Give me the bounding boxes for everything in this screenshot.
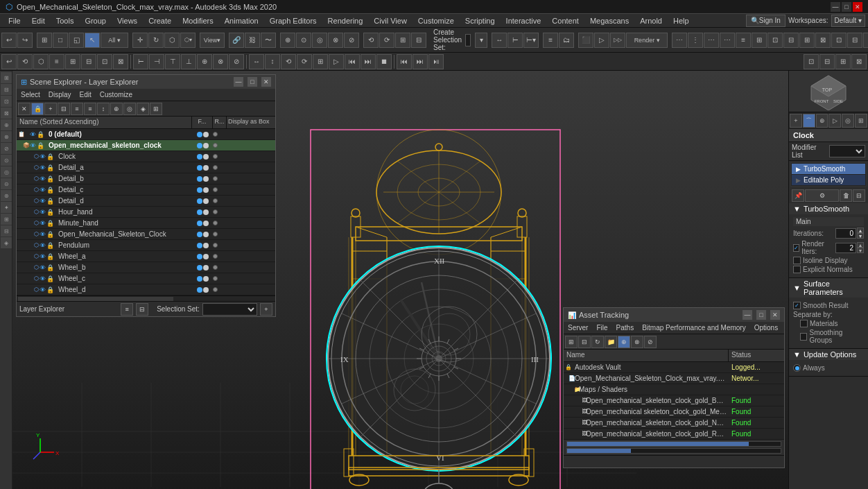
at-menu-bitmap[interactable]: Bitmap Performance and Memory bbox=[638, 322, 750, 334]
at-row-3[interactable]: 🖼 Open_mechanical_skeleton_clock_gold_Ba… bbox=[564, 395, 784, 406]
se-footer-btn1[interactable]: ≡ bbox=[121, 303, 133, 316]
at-tb-btn1[interactable]: ⊞ bbox=[565, 336, 578, 348]
more-buttons-11[interactable]: ⊡ bbox=[831, 33, 847, 48]
se-tb-select-all[interactable]: ✕ bbox=[18, 103, 31, 115]
more-buttons-10[interactable]: ⊠ bbox=[815, 33, 831, 48]
tb-btn-6[interactable]: ⟲ bbox=[363, 33, 379, 48]
at-tb-btn4[interactable]: 📁 bbox=[605, 336, 617, 348]
menu-customize[interactable]: Customize bbox=[413, 14, 460, 28]
tb-row2-btn22[interactable]: ⏮ bbox=[345, 54, 360, 69]
turbosmooth-modifier[interactable]: ▶ TurboSmooth bbox=[792, 164, 865, 174]
mirror-button[interactable]: ↔ bbox=[492, 33, 507, 48]
tb-row2-btn20[interactable]: ⊞ bbox=[313, 54, 328, 69]
tb-row2-btn12[interactable]: ⊥ bbox=[181, 54, 196, 69]
at-tb-btn2[interactable]: ⊟ bbox=[578, 336, 591, 348]
configure-modifier-btn[interactable]: ⚙ bbox=[805, 189, 839, 202]
at-maximize-btn[interactable]: □ bbox=[756, 310, 766, 320]
se-row-row13[interactable]: ⬡ 👁 🔒 Wheel_c bbox=[17, 273, 275, 284]
render-iters-checkbox[interactable]: ✓ bbox=[793, 244, 799, 252]
menu-animation[interactable]: Animation bbox=[219, 14, 264, 28]
tb-btn-1[interactable]: ⊕ bbox=[280, 33, 295, 48]
left-icon-12[interactable]: ✦ bbox=[1, 202, 12, 213]
left-icon-5[interactable]: ⊕ bbox=[1, 119, 12, 130]
unlink-button[interactable]: ⛓ bbox=[245, 33, 260, 48]
tb-row2-more4[interactable]: ⊠ bbox=[851, 54, 867, 69]
minimize-button[interactable]: — bbox=[831, 2, 840, 12]
se-footer-btn2[interactable]: ⊟ bbox=[136, 303, 148, 316]
tb-btn-2[interactable]: ⊙ bbox=[296, 33, 311, 48]
se-menu-display[interactable]: Display bbox=[44, 89, 76, 101]
menu-file[interactable]: File bbox=[3, 14, 26, 28]
smoothing-groups-checkbox[interactable] bbox=[800, 333, 807, 341]
redo-button[interactable]: ↪ bbox=[17, 33, 33, 48]
explicit-normals-checkbox[interactable] bbox=[793, 266, 801, 273]
se-menu-select[interactable]: Select bbox=[17, 89, 44, 101]
se-row-row2[interactable]: ⬡ 👁 🔒 Clock bbox=[17, 151, 275, 162]
tb-row2-more1[interactable]: ⊡ bbox=[804, 54, 819, 69]
tb-row2-btn5[interactable]: ⊞ bbox=[65, 54, 80, 69]
more-buttons[interactable]: ⋯ bbox=[672, 33, 687, 48]
scale-type-button[interactable]: ⬡▾ bbox=[180, 33, 196, 48]
layer-manager[interactable]: ≡ bbox=[543, 33, 558, 48]
left-icon-3[interactable]: ⊡ bbox=[1, 96, 12, 107]
tb-row2-btn21[interactable]: ▷ bbox=[329, 54, 344, 69]
scene-explorer-btn[interactable]: 🗂 bbox=[559, 33, 574, 48]
render-iters-input[interactable] bbox=[835, 243, 856, 253]
render-more-btn[interactable]: Render ▾ bbox=[626, 33, 668, 48]
undo-button[interactable]: ↩ bbox=[1, 33, 17, 48]
render-setup-btn[interactable]: ⬛ bbox=[578, 33, 593, 48]
tb-row2-btn8[interactable]: ⊠ bbox=[113, 54, 128, 69]
menu-megascans[interactable]: Megascans bbox=[584, 14, 634, 28]
menu-modifiers[interactable]: Modifiers bbox=[177, 14, 219, 28]
left-icon-13[interactable]: ⊞ bbox=[1, 214, 12, 225]
tb-row2-btn9[interactable]: ⊢ bbox=[133, 54, 148, 69]
se-row-row7[interactable]: ⬡ 👁 🔒 Hour_hand bbox=[17, 207, 275, 218]
menu-help[interactable]: Help bbox=[668, 14, 695, 28]
se-restore-btn[interactable]: □ bbox=[248, 77, 257, 87]
tb-row2-more3[interactable]: ⊞ bbox=[835, 54, 851, 69]
viewport-cube[interactable]: TOP FRONT SIDE bbox=[789, 71, 868, 112]
tb-row2-btn17[interactable]: ↕ bbox=[265, 54, 280, 69]
at-menu-file[interactable]: File bbox=[592, 322, 611, 334]
at-row-6[interactable]: 🖼 Open_mechanical_skeleton_clock_gold_Ro… bbox=[564, 429, 784, 440]
close-button[interactable]: ✕ bbox=[853, 2, 862, 12]
hierarchy-tab[interactable]: ⊕ bbox=[816, 114, 828, 128]
left-icon-2[interactable]: ⊟ bbox=[1, 84, 12, 95]
link-button[interactable]: 🔗 bbox=[229, 33, 244, 48]
select-object-button[interactable]: ↖ bbox=[85, 33, 100, 48]
se-tb-lock[interactable]: 🔒 bbox=[31, 103, 44, 115]
render-quick-btn[interactable]: ▷▷ bbox=[610, 33, 625, 48]
window-crossing-button[interactable]: ◱ bbox=[69, 33, 84, 48]
rotate-button[interactable]: ↻ bbox=[148, 33, 164, 48]
more-buttons-13[interactable]: ⊞ bbox=[863, 33, 868, 48]
modifier-dropdown[interactable] bbox=[829, 145, 865, 157]
render-frame-btn[interactable]: ▷ bbox=[594, 33, 609, 48]
menu-edit[interactable]: Edit bbox=[26, 14, 51, 28]
motion-tab[interactable]: ▷ bbox=[828, 114, 841, 128]
se-tb-filter[interactable]: ⊕ bbox=[110, 103, 123, 115]
tb-row2-btn23[interactable]: ⏭ bbox=[361, 54, 376, 69]
menu-arnold[interactable]: Arnold bbox=[634, 14, 668, 28]
align-dropdown[interactable]: ⊢▾ bbox=[523, 33, 539, 48]
se-row-row14[interactable]: ⬡ 👁 🔒 Wheel_d bbox=[17, 284, 275, 295]
se-minimize-btn[interactable]: — bbox=[234, 77, 243, 87]
menu-rendering[interactable]: Rendering bbox=[322, 14, 369, 28]
tb-btn-8[interactable]: ⊞ bbox=[395, 33, 410, 48]
materials-checkbox[interactable] bbox=[800, 320, 808, 327]
left-icon-9[interactable]: ◎ bbox=[1, 166, 12, 178]
left-icon-6[interactable]: ⊗ bbox=[1, 131, 12, 142]
more-buttons-8[interactable]: ⊟ bbox=[783, 33, 799, 48]
iterations-input[interactable] bbox=[835, 228, 856, 239]
se-menu-customize[interactable]: Customize bbox=[96, 89, 137, 101]
se-row-row11[interactable]: ⬡ 👁 🔒 Wheel_a bbox=[17, 251, 275, 262]
at-row-1[interactable]: 📄 Open_Mechanical_Skeleton_Clock_max_vra… bbox=[564, 373, 784, 384]
menu-group[interactable]: Group bbox=[79, 14, 112, 28]
menu-tools[interactable]: Tools bbox=[51, 14, 80, 28]
tb-btn-4[interactable]: ⊗ bbox=[328, 33, 343, 48]
render-iters-up[interactable]: ▲ bbox=[857, 242, 864, 248]
scene-explorer-list[interactable]: 📋 👁 🔒 0 (default) 📦 👁 🔒 Open_mechanical_… bbox=[17, 129, 275, 295]
more-buttons-3[interactable]: ⋯ bbox=[704, 33, 719, 48]
more-buttons-6[interactable]: ⊞ bbox=[752, 33, 767, 48]
pin-stack-btn[interactable]: 📌 bbox=[792, 189, 804, 202]
surface-params-header[interactable]: ▼ Surface Parameters bbox=[789, 278, 868, 298]
